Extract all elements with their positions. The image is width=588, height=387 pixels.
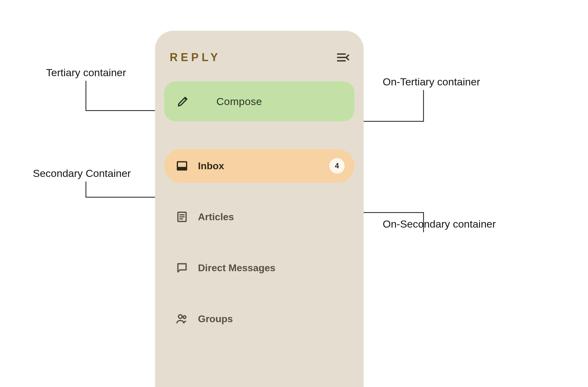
nav-item-label: Articles <box>198 211 345 223</box>
nav-item-direct-messages[interactable]: Direct Messages <box>164 251 354 285</box>
nav-item-label: Direct Messages <box>198 262 345 274</box>
brand-label: REPLY <box>170 51 221 64</box>
nav-item-label: Inbox <box>198 160 329 172</box>
edit-icon <box>176 94 190 108</box>
annotation-tertiary-container: Tertiary container <box>46 67 126 79</box>
navigation-drawer: REPLY Compose <box>155 31 364 387</box>
nav-item-articles[interactable]: Articles <box>164 200 354 234</box>
article-icon <box>175 210 189 224</box>
chat-icon <box>175 261 189 275</box>
nav-item-inbox[interactable]: Inbox 4 <box>164 149 354 183</box>
menu-open-icon <box>336 51 350 64</box>
inbox-icon <box>175 159 189 173</box>
annotation-on-tertiary-container: On-Tertiary container <box>383 76 480 88</box>
nav-list: Inbox 4 Articles Direct Mes <box>164 149 354 336</box>
drawer-header: REPLY <box>164 47 354 68</box>
compose-label: Compose <box>216 96 262 108</box>
annotation-secondary-container: Secondary Container <box>33 167 131 179</box>
diagram-stage: Tertiary container On-Tertiary container… <box>0 0 588 387</box>
annotation-on-secondary-container: On-Secondary container <box>383 218 496 230</box>
groups-icon <box>175 312 189 326</box>
nav-item-label: Groups <box>198 313 345 325</box>
compose-button[interactable]: Compose <box>164 81 354 121</box>
svg-point-4 <box>183 316 186 319</box>
collapse-drawer-button[interactable] <box>335 50 350 65</box>
svg-rect-1 <box>177 167 187 170</box>
nav-item-groups[interactable]: Groups <box>164 302 354 336</box>
inbox-badge: 4 <box>329 158 345 174</box>
svg-point-3 <box>179 315 182 319</box>
